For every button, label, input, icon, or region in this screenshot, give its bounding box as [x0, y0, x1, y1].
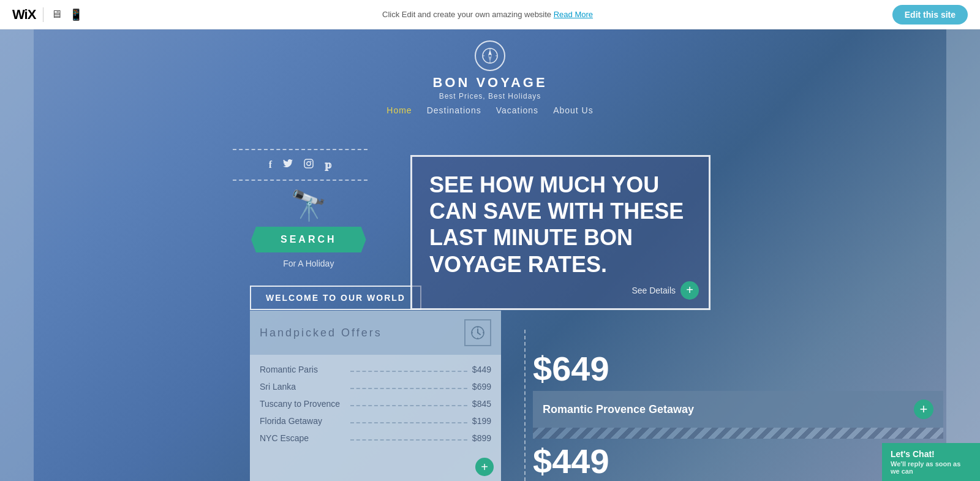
social-icons: f 𝕡 — [269, 159, 332, 171]
see-details-text: See Details — [631, 286, 676, 295]
chat-sub: We'll reply as soon as we can — [891, 460, 971, 475]
offer-name: Florida Getaway — [260, 416, 345, 426]
svg-point-9 — [311, 161, 312, 162]
price-1: $649 — [533, 349, 943, 388]
divider — [43, 7, 43, 22]
mobile-icon[interactable]: 📱 — [69, 8, 83, 21]
offer-row-2: Sri Lanka $699 — [260, 378, 491, 395]
compass-icon — [475, 40, 505, 71]
desktop-icon[interactable]: 🖥 — [51, 8, 62, 21]
main-content: BON VOYAGE Best Prices, Best Holidays Ho… — [0, 29, 980, 481]
offer-price: $449 — [472, 365, 491, 374]
binoculars-icon: 🔭 — [290, 189, 327, 223]
top-bar-left: WiX 🖥 📱 — [12, 7, 83, 23]
svg-marker-1 — [488, 50, 492, 56]
offer-price: $199 — [472, 416, 491, 426]
pinterest-icon[interactable]: 𝕡 — [325, 159, 331, 171]
svg-rect-7 — [304, 159, 313, 168]
svg-point-8 — [307, 162, 311, 165]
hero-text: SEE HOW MUCH YOU CAN SAVE WITH THESE LAS… — [429, 172, 692, 278]
dashed-line-bottom — [233, 180, 368, 181]
offer-name: Tuscany to Provence — [260, 399, 345, 409]
left-panel — [0, 29, 34, 481]
top-bar: WiX 🖥 📱 Click Edit and create your own a… — [0, 0, 980, 29]
nav-home[interactable]: Home — [386, 105, 412, 115]
offers-section: Handpicked Offers Romantic Paris $449 — [250, 311, 501, 481]
offer-price: $699 — [472, 382, 491, 392]
facebook-icon[interactable]: f — [269, 159, 272, 170]
svg-marker-2 — [488, 56, 492, 62]
offer-price: $845 — [472, 399, 491, 409]
offer-name: Sri Lanka — [260, 382, 345, 392]
site-header: BON VOYAGE Best Prices, Best Holidays Ho… — [34, 29, 946, 115]
site-title: BON VOYAGE — [432, 75, 547, 91]
offers-list: Romantic Paris $449 Sri Lanka $699 Tusca… — [250, 355, 501, 453]
social-section: f 𝕡 — [233, 149, 368, 181]
edit-site-button[interactable]: Edit this site — [892, 5, 968, 25]
chat-bubble[interactable]: Let's Chat! We'll reply as soon as we ca… — [882, 443, 980, 481]
nav-vacations[interactable]: Vacations — [496, 105, 538, 115]
see-details-button[interactable]: + — [680, 281, 699, 300]
svg-line-12 — [478, 333, 480, 335]
nav-about[interactable]: About Us — [553, 105, 594, 115]
offers-title: Handpicked Offers — [260, 327, 382, 339]
wix-logo: WiX — [12, 7, 36, 23]
nav-bar: Home Destinations Vacations About Us — [386, 105, 593, 115]
edit-prompt: Click Edit and create your own amazing w… — [382, 10, 551, 19]
offer-row-1: Romantic Paris $449 — [260, 361, 491, 378]
search-section: 🔭 SEARCH For A Holiday — [251, 189, 366, 268]
dashed-vertical-line — [524, 330, 526, 481]
offer-row-3: Tuscany to Provence $845 — [260, 395, 491, 412]
offers-footer: + — [250, 453, 501, 481]
dashed-line-top — [233, 149, 368, 150]
site-subtitle: Best Prices, Best Holidays — [439, 92, 541, 100]
offer-dots — [350, 419, 467, 423]
chat-label: Let's Chat! — [891, 449, 971, 459]
read-more-link[interactable]: Read More — [554, 10, 593, 19]
offer-dots — [350, 401, 467, 406]
offer-dots — [350, 384, 467, 389]
provence-card: Romantic Provence Getaway + — [533, 391, 943, 428]
clock-icon — [464, 319, 491, 346]
offer-row-4: Florida Getaway $199 — [260, 412, 491, 430]
hero-box: SEE HOW MUCH YOU CAN SAVE WITH THESE LAS… — [410, 155, 710, 310]
see-details-row: See Details + — [631, 281, 699, 300]
welcome-button[interactable]: WELCOME TO OUR WORLD — [250, 286, 421, 310]
right-panel — [946, 29, 980, 481]
instagram-icon[interactable] — [304, 159, 314, 171]
offer-row-5: NYC Escape $899 — [260, 430, 491, 447]
twitter-icon[interactable] — [283, 159, 293, 170]
provence-title: Romantic Provence Getaway — [543, 403, 914, 416]
nav-destinations[interactable]: Destinations — [427, 105, 481, 115]
provence-button[interactable]: + — [914, 400, 933, 419]
offers-add-button[interactable]: + — [475, 458, 494, 476]
offer-name: NYC Escape — [260, 433, 345, 443]
top-bar-center: Click Edit and create your own amazing w… — [83, 10, 892, 19]
offers-header: Handpicked Offers — [250, 311, 501, 355]
offer-price: $899 — [472, 433, 491, 443]
stripe-bar — [533, 428, 943, 439]
offer-dots — [350, 367, 467, 372]
offer-dots — [350, 436, 467, 441]
search-button[interactable]: SEARCH — [251, 227, 366, 252]
search-subtitle: For A Holiday — [283, 259, 334, 268]
offer-name: Romantic Paris — [260, 365, 345, 374]
